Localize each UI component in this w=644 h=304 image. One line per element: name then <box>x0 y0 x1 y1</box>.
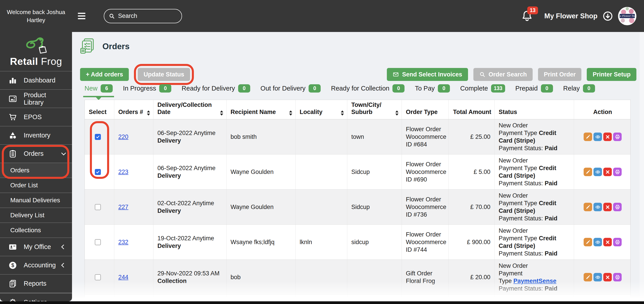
sidebar-item-inventory[interactable]: Inventory <box>0 126 72 144</box>
scrollbar[interactable] <box>640 32 644 301</box>
delete-order-button[interactable] <box>603 203 612 211</box>
notifications-button[interactable]: 13 <box>520 10 534 22</box>
payment-status-value: Paid <box>545 145 558 152</box>
edit-order-button[interactable] <box>584 132 592 141</box>
sort-icon[interactable] <box>338 110 344 116</box>
tab-out-for-delivery[interactable]: Out for Delivery 0 <box>260 84 321 92</box>
sort-icon[interactable] <box>287 110 292 116</box>
order-number-cell: 227 <box>114 190 154 224</box>
sidebar-subitem-orders[interactable]: Orders <box>0 163 72 178</box>
column-header-delivery-collection-date[interactable]: Delivery/Collection Date <box>154 100 226 119</box>
sidebar-item-label: Inventory <box>24 132 50 139</box>
sidebar-item-label: Reports <box>24 280 46 287</box>
row-checkbox[interactable] <box>95 169 101 175</box>
add-orders-button[interactable]: + Add orders <box>80 68 129 81</box>
delete-icon <box>605 240 610 245</box>
sidebar-item-my-office[interactable]: My Office <box>0 238 72 256</box>
edit-order-button[interactable] <box>584 203 592 211</box>
tab-count-badge: 133 <box>491 84 505 92</box>
sidebar-item-reports[interactable]: Reports <box>0 274 72 292</box>
row-checkbox[interactable] <box>95 134 101 140</box>
edit-order-button[interactable] <box>584 238 592 246</box>
status-cell: New Order Payment Type Credit Card (Stri… <box>495 119 574 154</box>
tab-ready-for-delivery[interactable]: Ready for Delivery 0 <box>182 84 250 92</box>
tab-ready-for-collection[interactable]: Ready for Collection 0 <box>331 84 404 92</box>
column-header-town-city-suburb[interactable]: Town/City/ Suburb <box>347 100 402 119</box>
payment-status-line: Payment Status: Paid <box>499 144 558 152</box>
view-order-button[interactable] <box>594 132 602 141</box>
print-order-button[interactable]: Print Order <box>538 68 582 81</box>
tab-prepaid[interactable]: Prepaid 0 <box>516 84 553 92</box>
status-title: New Order <box>499 192 528 200</box>
delete-order-button[interactable] <box>603 238 612 246</box>
screen-bottom-edge <box>0 301 644 304</box>
sidebar-item-orders[interactable]: Orders <box>0 144 72 163</box>
view-order-button[interactable] <box>594 238 602 246</box>
tab-to-pay[interactable]: To Pay 0 <box>415 84 450 92</box>
view-order-button[interactable] <box>594 203 602 211</box>
tab-complete[interactable]: Complete 133 <box>460 84 505 92</box>
chevron-down-icon <box>61 151 66 155</box>
select-cell <box>85 225 114 260</box>
payment-type-line: Payment Type Credit Card (Stripe) <box>499 200 571 214</box>
sort-icon[interactable] <box>145 110 150 116</box>
view-order-button[interactable] <box>594 273 602 282</box>
column-header-locality[interactable]: Locality <box>296 100 347 119</box>
search-input[interactable]: Search <box>104 9 182 23</box>
column-header-recipient-name[interactable]: Recipient Name <box>226 100 296 119</box>
tab-in-progress[interactable]: In Progress 0 <box>123 84 171 92</box>
sidebar-item-epos[interactable]: EPOS <box>0 108 72 126</box>
tab-count-badge: 0 <box>541 84 553 92</box>
sidebar-item-settings[interactable]: ⚙ Settings <box>0 292 72 301</box>
sidebar-item-dashboard[interactable]: Dashboard <box>0 71 72 90</box>
tab-relay[interactable]: Relay 0 <box>563 84 595 92</box>
delete-order-button[interactable] <box>603 168 612 176</box>
print-order-button[interactable] <box>613 203 622 211</box>
paymentsense-link[interactable]: PaymentSense <box>514 278 556 284</box>
locality-cell <box>296 154 347 189</box>
order-number-link[interactable]: 223 <box>118 168 128 176</box>
sidebar-subitem-delivery-list[interactable]: Delivery List <box>0 208 72 223</box>
update-status-button[interactable]: Update Status <box>138 68 190 81</box>
view-order-button[interactable] <box>594 168 602 176</box>
print-order-button[interactable] <box>613 273 622 282</box>
send-select-invoices-button[interactable]: Send Select Invoices <box>387 68 468 81</box>
avatar-label: The Flower Team <box>620 14 634 18</box>
action-cell <box>574 190 630 224</box>
edit-order-button[interactable] <box>584 273 592 282</box>
total-amount-cell: £ 20.00 <box>448 260 495 294</box>
sidebar-subitem-collections[interactable]: Collections <box>0 223 72 238</box>
payment-type-label: Payment Type <box>499 200 537 206</box>
action-cell <box>574 260 630 294</box>
avatar[interactable]: The Flower Team <box>618 7 636 25</box>
order-number-link[interactable]: 244 <box>118 274 128 281</box>
print-order-button[interactable] <box>613 238 622 246</box>
print-order-button[interactable] <box>613 132 622 141</box>
order-number-link[interactable]: 220 <box>118 133 128 140</box>
edit-order-button[interactable] <box>584 168 592 176</box>
delivery-date-cell: 29-Nov-2022 09:53 AM Collection <box>154 260 226 294</box>
row-checkbox[interactable] <box>95 274 101 280</box>
order-search-button[interactable]: Order Search <box>474 68 533 81</box>
printer-setup-button[interactable]: Printer Setup <box>587 68 636 81</box>
column-header-orders[interactable]: Orders # <box>114 100 154 119</box>
sort-icon[interactable] <box>218 110 223 116</box>
print-order-button[interactable] <box>613 168 622 176</box>
sidebar-item-product-library[interactable]: Product Library <box>0 90 72 108</box>
sidebar-subitem-manual-deliveries[interactable]: Manual Deliveries <box>0 193 72 208</box>
order-number-link[interactable]: 227 <box>118 203 128 211</box>
row-checkbox[interactable] <box>95 239 101 245</box>
account-menu[interactable]: My Flower Shop The Flower Team <box>544 7 636 25</box>
status-title: New Order <box>499 227 528 234</box>
recipient-cell: Wsayne fks;ldfjq <box>226 225 296 260</box>
delete-order-button[interactable] <box>603 132 612 141</box>
hamburger-menu-icon[interactable] <box>76 10 88 22</box>
delete-order-button[interactable] <box>603 273 612 282</box>
tab-new[interactable]: New 6 <box>84 84 113 92</box>
row-checkbox[interactable] <box>95 204 101 210</box>
sidebar-subitem-order-list[interactable]: Order List <box>0 178 72 193</box>
sidebar-item-accounting[interactable]: $ Accounting <box>0 256 72 274</box>
recipient-cell: Wayne Goulden <box>226 154 296 189</box>
sort-icon[interactable] <box>393 110 398 116</box>
order-number-link[interactable]: 232 <box>118 238 128 246</box>
